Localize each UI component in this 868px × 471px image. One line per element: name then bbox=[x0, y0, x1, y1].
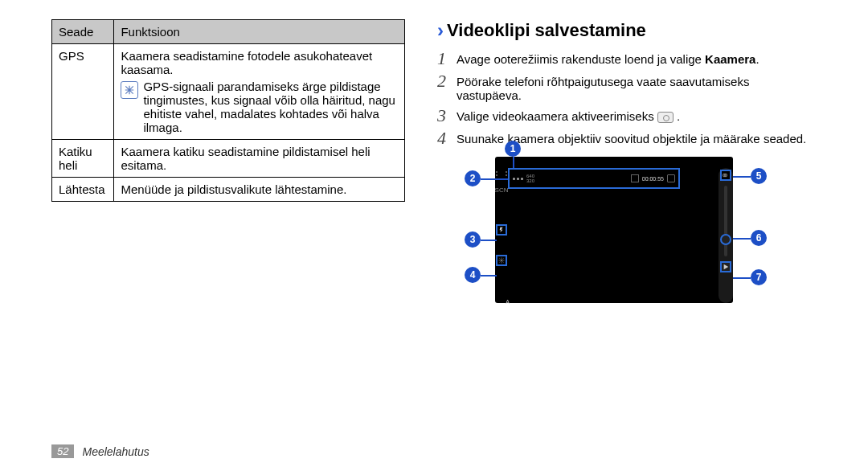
svg-point-2 bbox=[724, 174, 726, 176]
lead-line bbox=[733, 176, 751, 178]
flash-icon: A bbox=[496, 224, 507, 236]
scene-mode-icon: SCN bbox=[496, 184, 507, 195]
left-toolbar: ⋮⋮ SCN A bbox=[495, 168, 508, 303]
right-toolbar bbox=[719, 168, 733, 303]
heading-text: Videoklipi salvestamine bbox=[447, 20, 646, 41]
callout-2: 2 bbox=[465, 170, 481, 186]
settings-icon bbox=[496, 255, 507, 266]
status-bar-highlight: 640 320 00:00:55 bbox=[508, 168, 680, 189]
settings-table: Seade Funktsioon GPS Kaamera seadistamin… bbox=[51, 19, 405, 202]
row-shutter-label: Katiku heli bbox=[52, 140, 114, 178]
callout-1: 1 bbox=[505, 141, 521, 157]
lead-line bbox=[481, 275, 497, 276]
row-gps-label: GPS bbox=[52, 44, 114, 140]
row-gps-desc: Kaamera seadistamine fotodele asukohatea… bbox=[114, 44, 405, 140]
lead-line bbox=[733, 277, 751, 279]
step-1: Avage ooterežiimis rakenduste loend ja v… bbox=[457, 50, 760, 66]
record-button-icon bbox=[720, 234, 731, 245]
lead-line bbox=[481, 240, 497, 241]
storage-icon bbox=[631, 174, 639, 182]
gps-note-text: GPS-signaali parandamiseks ärge pildista… bbox=[143, 80, 398, 134]
svg-point-0 bbox=[501, 260, 502, 261]
playback-icon bbox=[720, 261, 731, 272]
th-seade: Seade bbox=[52, 20, 114, 44]
battery-icon bbox=[667, 174, 675, 182]
callout-3: 3 bbox=[465, 231, 481, 248]
page-footer: 52 Meelelahutus bbox=[51, 444, 149, 458]
steps-list: 1 Avage ooterežiimis rakenduste loend ja… bbox=[437, 50, 807, 147]
lead-line bbox=[733, 238, 751, 240]
callout-4: 4 bbox=[465, 267, 481, 283]
th-funktsioon: Funktsioon bbox=[114, 20, 405, 44]
step-number-4: 4 bbox=[437, 129, 450, 147]
callout-6: 6 bbox=[751, 230, 767, 246]
row-reset-desc: Menüüde ja pildistusvalikute lähtestamin… bbox=[114, 178, 405, 202]
step-number-3: 3 bbox=[437, 107, 450, 125]
section-label: Meelelahutus bbox=[82, 445, 149, 458]
callout-7: 7 bbox=[751, 269, 767, 285]
row-shutter-desc: Kaamera katiku seadistamine pildistamise… bbox=[114, 140, 405, 178]
resolution-indicator: 640 320 bbox=[526, 174, 534, 183]
lead-line bbox=[481, 178, 508, 180]
step-number-2: 2 bbox=[437, 72, 450, 90]
camera-icon bbox=[657, 112, 674, 123]
mode-switch-icon bbox=[720, 170, 731, 181]
step-number-1: 1 bbox=[437, 50, 450, 68]
callout-5: 5 bbox=[751, 168, 767, 184]
camera-viewfinder-diagram: 640 320 00:00:55 ⋮⋮ SCN A bbox=[473, 157, 755, 316]
step-2: Pöörake telefoni rõhtpaigutusega vaate s… bbox=[457, 72, 807, 102]
grid-icon bbox=[513, 178, 523, 180]
step-3: Valige videokaamera aktiveerimiseks . bbox=[457, 107, 680, 123]
note-icon bbox=[121, 81, 138, 99]
section-heading: › Videoklipi salvestamine bbox=[437, 19, 807, 42]
zoom-slider bbox=[724, 186, 727, 256]
page-number: 52 bbox=[51, 444, 74, 458]
lead-line bbox=[513, 157, 514, 168]
gps-desc-text: Kaamera seadistamine fotodele asukohatea… bbox=[121, 49, 398, 76]
timer-readout: 00:00:55 bbox=[642, 176, 664, 182]
row-reset-label: Lähtesta bbox=[52, 178, 114, 202]
chevron-right-icon: › bbox=[437, 19, 444, 42]
